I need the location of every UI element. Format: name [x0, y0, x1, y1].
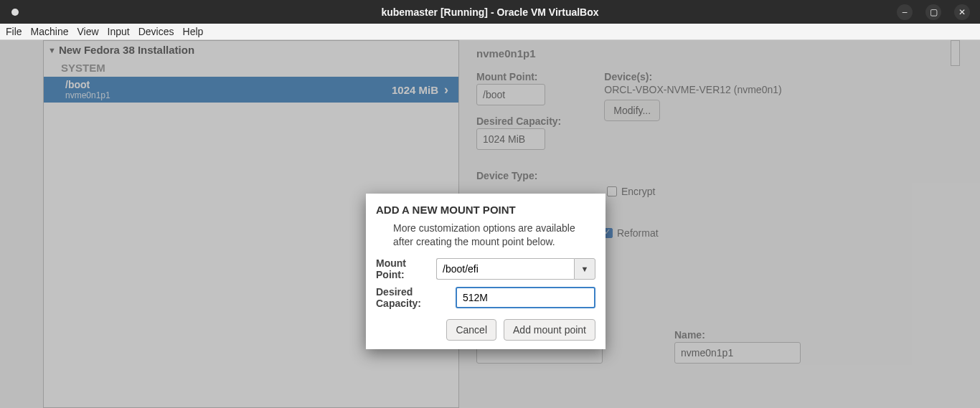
- menu-machine[interactable]: Machine: [31, 26, 69, 37]
- menu-input[interactable]: Input: [108, 26, 130, 37]
- dialog-mount-dropdown[interactable]: ▼: [574, 258, 595, 280]
- menu-file[interactable]: File: [6, 26, 22, 37]
- window-titlebar: kubemaster [Running] - Oracle VM Virtual…: [0, 0, 980, 24]
- app-indicator-icon: [11, 9, 19, 16]
- dialog-title: ADD A NEW MOUNT POINT: [376, 204, 595, 216]
- vm-menubar: File Machine View Input Devices Help: [0, 24, 980, 40]
- dialog-mount-input[interactable]: [436, 258, 574, 280]
- dialog-description: More customization options are available…: [393, 222, 595, 249]
- window-title: kubemaster [Running] - Oracle VM Virtual…: [0, 6, 980, 18]
- dialog-mount-label: Mount Point:: [376, 257, 429, 280]
- menu-help[interactable]: Help: [183, 26, 204, 37]
- add-mount-point-dialog: ADD A NEW MOUNT POINT More customization…: [366, 194, 606, 349]
- scrollbar-thumb[interactable]: [951, 40, 960, 66]
- dialog-capacity-input[interactable]: [456, 287, 595, 308]
- dialog-capacity-label: Desired Capacity:: [376, 286, 448, 309]
- add-mount-point-button[interactable]: Add mount point: [504, 319, 595, 341]
- menu-view[interactable]: View: [77, 26, 98, 37]
- minimize-button[interactable]: –: [897, 4, 913, 20]
- close-button[interactable]: ✕: [954, 4, 970, 20]
- maximize-button[interactable]: ▢: [925, 4, 941, 20]
- menu-devices[interactable]: Devices: [138, 26, 174, 37]
- cancel-button[interactable]: Cancel: [446, 319, 496, 341]
